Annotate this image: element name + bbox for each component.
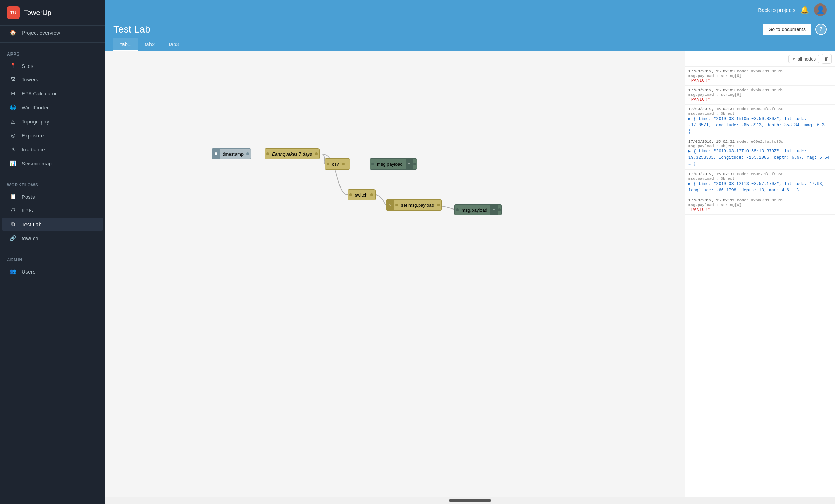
topography-icon: △ xyxy=(9,118,17,125)
sidebar-item-epa-calculator[interactable]: ⊞ EPA Calculator xyxy=(2,87,103,100)
notifications-bell-icon[interactable]: 🔔 xyxy=(800,6,809,14)
sidebar-item-label: Exposure xyxy=(22,133,44,139)
log-meta: 17/03/2019, 15:02:31 node: e60e2cfa.fc35… xyxy=(688,139,832,144)
node-csv-label: csv xyxy=(329,162,342,167)
log-entry: 17/03/2019, 15:02:31 node: e60e2cfa.fc35… xyxy=(685,105,835,137)
sidebar-divider xyxy=(0,42,105,43)
workflows-section-label: Workflows xyxy=(0,176,105,190)
sidebar-item-users[interactable]: 👥 Users xyxy=(2,265,103,278)
logo-icon: TU xyxy=(7,6,20,19)
node-timestamp[interactable]: timestamp xyxy=(212,148,251,159)
sidebar-item-sites[interactable]: 📍 Sites xyxy=(2,59,103,72)
sidebar-item-label: Sites xyxy=(22,63,33,69)
sidebar-item-label: Project overview xyxy=(22,30,60,36)
sidebar-header: TU TowerUp xyxy=(0,0,105,26)
filter-icon: ▼ xyxy=(792,56,796,62)
sidebar-item-label: KPIs xyxy=(22,207,33,213)
horizontal-scrollbar[interactable] xyxy=(449,499,491,502)
sidebar-divider-2 xyxy=(0,173,105,173)
back-to-projects-link[interactable]: Back to projects xyxy=(758,7,795,13)
testlab-icon: ⧉ xyxy=(9,221,17,227)
sidebar-item-label: Irradiance xyxy=(22,147,45,152)
sidebar-item-posts[interactable]: 📋 Posts xyxy=(2,190,103,203)
kpis-icon: ⏱ xyxy=(9,207,17,213)
sidebar-item-label: towr.co xyxy=(22,235,38,241)
filter-label: all nodes xyxy=(798,56,816,62)
sidebar-item-topography[interactable]: △ Topography xyxy=(2,115,103,128)
page-header-actions: Go to documents ? xyxy=(763,24,827,35)
tab-tab2[interactable]: tab2 xyxy=(138,38,162,51)
apps-section-label: Apps xyxy=(0,45,105,59)
node-msg-payload-2-label: msg.payload xyxy=(459,207,490,213)
admin-section-label: Admin xyxy=(0,251,105,264)
epa-icon: ⊞ xyxy=(9,90,17,97)
sidebar-item-project-overview[interactable]: 🏠 Project overview xyxy=(2,26,103,39)
trash-button[interactable]: 🗑 xyxy=(822,54,832,64)
log-entry: 17/03/2019, 15:02:03 node: d2bb6131.0d3d… xyxy=(685,67,835,86)
sidebar-item-seismic-map[interactable]: 📊 Seismic map xyxy=(2,157,103,170)
node-set-msg-payload-label: set msg.payload xyxy=(398,203,437,208)
log-entry: 17/03/2019, 15:02:31 node: e60e2cfa.fc35… xyxy=(685,137,835,170)
log-meta: 17/03/2019, 15:02:03 node: d2bb6131.0d3d… xyxy=(688,88,832,93)
sidebar-item-test-lab[interactable]: ⧉ Test Lab xyxy=(2,218,103,231)
bottom-bar xyxy=(105,497,835,504)
sidebar-item-label: Seismic map xyxy=(22,161,52,166)
sidebar-item-kpis[interactable]: ⏱ KPIs xyxy=(2,204,103,217)
node-csv[interactable]: csv xyxy=(325,158,350,170)
sidebar-item-irradiance[interactable]: ☀ Irradiance xyxy=(2,143,103,156)
sidebar-item-label: Users xyxy=(22,269,35,275)
node-earthquakes-label: Earthquakes 7 days xyxy=(269,151,315,157)
tabs-bar: tab1 tab2 tab3 xyxy=(113,38,827,51)
sidebar-item-label: EPA Calculator xyxy=(22,91,57,97)
log-entry: 17/03/2019, 15:02:31 node: d2bb6131.0d3d… xyxy=(685,196,835,215)
console-toolbar: ▼ all nodes 🗑 xyxy=(685,51,835,67)
node-earthquakes[interactable]: Earthquakes 7 days xyxy=(265,148,320,159)
content-area: timestamp Earthquakes 7 days csv msg.pay… xyxy=(105,51,835,497)
log-entry: 17/03/2019, 15:02:03 node: d2bb6131.0d3d… xyxy=(685,86,835,105)
sidebar-item-label: Posts xyxy=(22,194,35,200)
node-msg-payload-2[interactable]: msg.payload ≡ xyxy=(454,204,502,215)
node-msg-payload-1[interactable]: msg.payload ≡ xyxy=(370,158,417,170)
sidebar-item-label: Topography xyxy=(22,119,49,125)
home-icon: 🏠 xyxy=(9,29,17,36)
sidebar-divider-3 xyxy=(0,248,105,248)
page-header: Test Lab Go to documents ? tab1 tab2 tab… xyxy=(105,20,835,51)
user-avatar[interactable]: 👤 xyxy=(814,3,827,16)
page-title-row: Test Lab Go to documents ? xyxy=(113,24,827,38)
seismic-icon: 📊 xyxy=(9,160,17,166)
node-timestamp-label: timestamp xyxy=(220,151,246,157)
tab-tab3[interactable]: tab3 xyxy=(162,38,186,51)
filter-button[interactable]: ▼ all nodes xyxy=(788,55,819,63)
users-icon: 👥 xyxy=(9,268,17,275)
sidebar-item-windfinder[interactable]: 🌐 WindFinder xyxy=(2,101,103,114)
sidebar-item-label: Towers xyxy=(22,77,38,83)
tab-tab1[interactable]: tab1 xyxy=(113,38,138,51)
node-set-msg-payload[interactable]: ✕ set msg.payload xyxy=(386,199,442,211)
exposure-icon: ◎ xyxy=(9,132,17,139)
sidebar: TU TowerUp 🏠 Project overview Apps 📍 Sit… xyxy=(0,0,105,504)
log-meta: 17/03/2019, 15:02:31 node: d2bb6131.0d3d… xyxy=(688,198,832,203)
sidebar-item-label: Test Lab xyxy=(22,221,42,227)
sidebar-item-label: WindFinder xyxy=(22,105,49,111)
log-meta: 17/03/2019, 15:02:03 node: d2bb6131.0d3d… xyxy=(688,69,832,74)
console-output[interactable]: 17/03/2019, 15:02:03 node: d2bb6131.0d3d… xyxy=(685,67,835,497)
header-right: Back to projects 🔔 👤 xyxy=(758,3,827,16)
flow-canvas[interactable]: timestamp Earthquakes 7 days csv msg.pay… xyxy=(105,51,685,497)
log-meta: 17/03/2019, 15:02:31 node: e60e2cfa.fc35… xyxy=(688,107,832,112)
windfinder-icon: 🌐 xyxy=(9,104,17,111)
console-panel: ▼ all nodes 🗑 17/03/2019, 15:02:03 node:… xyxy=(685,51,835,497)
irradiance-icon: ☀ xyxy=(9,146,17,152)
log-meta: 17/03/2019, 15:02:31 node: e60e2cfa.fc35… xyxy=(688,172,832,177)
help-button[interactable]: ? xyxy=(815,24,827,35)
log-entry: 17/03/2019, 15:02:31 node: e60e2cfa.fc35… xyxy=(685,170,835,196)
sidebar-item-towers[interactable]: 🏗 Towers xyxy=(2,73,103,86)
main-area: Back to projects 🔔 👤 Test Lab Go to docu… xyxy=(105,0,835,504)
node-switch[interactable]: switch xyxy=(348,189,376,200)
sidebar-item-exposure[interactable]: ◎ Exposure xyxy=(2,129,103,142)
sidebar-item-towr-co[interactable]: 🔗 towr.co xyxy=(2,232,103,245)
page-title: Test Lab xyxy=(113,24,150,35)
node-switch-label: switch xyxy=(352,192,370,198)
go-to-documents-button[interactable]: Go to documents xyxy=(763,24,811,35)
towrco-icon: 🔗 xyxy=(9,235,17,241)
node-msg-payload-1-label: msg.payload xyxy=(374,162,406,167)
